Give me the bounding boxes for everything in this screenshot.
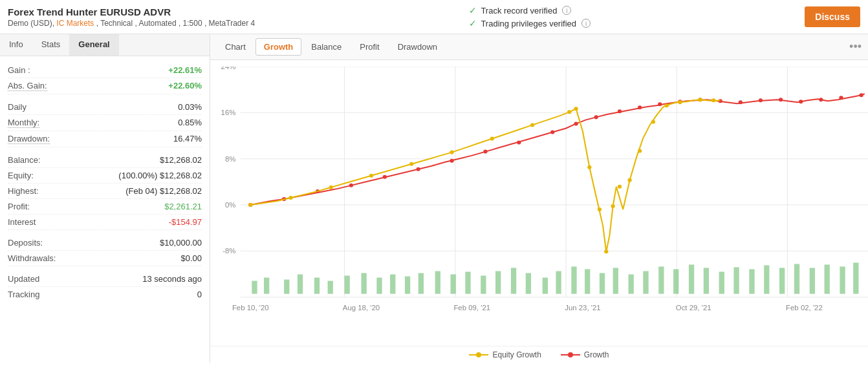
tracking-row: Tracking 0 — [8, 287, 202, 302]
svg-text:Feb 10, '20: Feb 10, '20 — [232, 304, 269, 312]
track-record-verified: ✓ Track record verified i — [469, 5, 591, 16]
equity-row: Equity: (100.00%) $12,268.02 — [8, 168, 202, 184]
svg-rect-25 — [284, 280, 289, 294]
svg-point-104 — [627, 178, 631, 182]
svg-text:Oct 29, '21: Oct 29, '21 — [676, 304, 711, 312]
tracking-label: Tracking — [8, 290, 39, 299]
svg-text:Aug 18, '20: Aug 18, '20 — [343, 304, 380, 312]
svg-rect-55 — [733, 267, 739, 293]
interest-label: Interest — [8, 217, 36, 227]
svg-point-86 — [819, 98, 823, 101]
tracking-value: 0 — [197, 290, 202, 299]
svg-rect-38 — [481, 275, 486, 293]
withdrawals-value: $0.00 — [180, 253, 202, 263]
svg-rect-48 — [629, 274, 634, 293]
equity-label: Equity: — [8, 171, 34, 180]
svg-rect-28 — [328, 281, 333, 294]
svg-point-105 — [638, 149, 642, 153]
daily-value: 0.03% — [178, 102, 202, 112]
svg-rect-61 — [825, 264, 830, 293]
interest-row: Interest -$154.97 — [8, 215, 202, 230]
svg-point-114 — [568, 352, 573, 357]
svg-rect-31 — [376, 278, 382, 294]
updated-value: 13 seconds ago — [142, 274, 202, 284]
trading-privileges-verified: ✓ Trading privileges verified i — [469, 18, 591, 28]
header-left: Forex Trend Hunter EURUSD ADVR Demo (USD… — [8, 6, 255, 28]
svg-point-78 — [658, 102, 662, 106]
equity-value: (100.00%) $12,268.02 — [118, 171, 202, 180]
svg-point-84 — [779, 98, 783, 101]
daily-label: Daily — [8, 102, 27, 112]
svg-rect-62 — [840, 266, 845, 293]
main-layout: Info Stats General Gain : +22.61% Abs. G… — [0, 34, 868, 363]
svg-point-102 — [611, 204, 615, 208]
updated-label: Updated — [8, 274, 39, 284]
svg-rect-0 — [241, 67, 868, 297]
tab-info[interactable]: Info — [0, 34, 32, 56]
tab-stats[interactable]: Stats — [32, 34, 70, 56]
chart-tab-balance[interactable]: Balance — [303, 38, 350, 56]
abs-gain-label: Abs. Gain: — [8, 81, 47, 91]
chart-tab-growth[interactable]: Growth — [255, 38, 302, 56]
svg-rect-44 — [571, 266, 576, 293]
updated-row: Updated 13 seconds ago — [8, 271, 202, 287]
svg-point-91 — [329, 186, 333, 189]
svg-point-101 — [604, 249, 608, 253]
check-icon-1: ✓ — [469, 5, 477, 16]
svg-rect-63 — [853, 262, 858, 293]
svg-point-85 — [799, 100, 803, 103]
svg-point-106 — [651, 120, 655, 123]
left-tabs: Info Stats General — [0, 34, 210, 56]
svg-rect-53 — [704, 268, 709, 293]
svg-rect-42 — [543, 278, 548, 294]
monthly-row: Monthly: 0.85% — [8, 115, 202, 131]
svg-point-98 — [574, 107, 578, 111]
svg-rect-34 — [418, 273, 424, 293]
withdrawals-label: Withdrawals: — [8, 253, 56, 263]
svg-point-77 — [638, 105, 642, 109]
balance-value: $12,268.02 — [160, 155, 202, 165]
svg-point-71 — [483, 150, 487, 154]
chart-tab-chart[interactable]: Chart — [217, 38, 254, 56]
svg-point-108 — [678, 100, 682, 104]
svg-point-68 — [383, 175, 387, 179]
info-icon-2[interactable]: i — [581, 19, 591, 28]
discuss-button[interactable]: Discuss — [805, 6, 860, 27]
svg-point-76 — [618, 109, 622, 113]
svg-text:Feb 02, '22: Feb 02, '22 — [786, 304, 823, 312]
chart-tab-profit[interactable]: Profit — [351, 38, 387, 56]
svg-text:24%: 24% — [221, 67, 236, 70]
svg-text:-8%: -8% — [222, 248, 235, 255]
broker-link[interactable]: IC Markets — [56, 19, 94, 28]
left-panel: Info Stats General Gain : +22.61% Abs. G… — [0, 34, 210, 363]
chart-tab-drawdown[interactable]: Drawdown — [389, 38, 446, 56]
daily-row: Daily 0.03% — [8, 100, 202, 115]
svg-rect-39 — [495, 271, 501, 293]
svg-point-93 — [409, 162, 413, 166]
svg-text:Feb 09, '21: Feb 09, '21 — [453, 304, 490, 312]
svg-rect-54 — [719, 271, 724, 293]
svg-rect-50 — [658, 266, 664, 293]
svg-text:8%: 8% — [225, 155, 236, 163]
verified-text-1: Track record verified — [481, 6, 557, 16]
svg-rect-57 — [764, 265, 769, 293]
svg-point-107 — [665, 103, 669, 107]
svg-point-73 — [550, 130, 554, 134]
more-options-button[interactable]: ••• — [849, 40, 862, 54]
svg-point-112 — [476, 352, 481, 357]
svg-point-96 — [530, 123, 534, 127]
equity-growth-label: Equity Growth — [492, 350, 541, 359]
equity-growth-icon — [469, 351, 488, 359]
tab-general[interactable]: General — [69, 34, 118, 56]
svg-point-97 — [567, 110, 571, 114]
info-icon-1[interactable]: i — [562, 6, 571, 15]
svg-rect-46 — [600, 273, 605, 293]
svg-point-103 — [618, 185, 622, 189]
svg-rect-43 — [556, 271, 561, 293]
svg-point-83 — [759, 98, 763, 102]
svg-point-90 — [288, 196, 292, 200]
page-title: Forex Trend Hunter EURUSD ADVR — [8, 6, 255, 17]
svg-rect-56 — [749, 269, 754, 293]
highest-row: Highest: (Feb 04) $12,268.02 — [8, 184, 202, 199]
highest-label: Highest: — [8, 186, 39, 196]
